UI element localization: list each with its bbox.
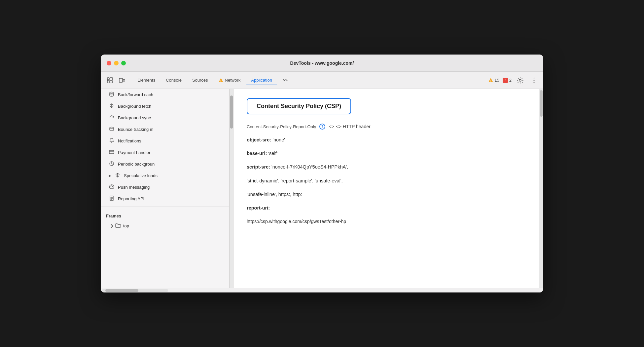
sidebar-item-background-fetch[interactable]: Background fetch [101, 100, 229, 112]
more-options-button[interactable] [529, 75, 539, 86]
tab-console[interactable]: Console [161, 76, 186, 85]
tab-network-label: Network [225, 78, 241, 83]
sidebar-item-periodic-background-label: Periodic backgroun [118, 162, 155, 167]
toolbar-separator-1 [130, 76, 130, 84]
svg-point-6 [519, 79, 521, 81]
sidebar-item-speculative-loads-label: Speculative loads [124, 173, 158, 178]
devtools-window: DevTools - www.google.com/ Elements Cons… [101, 55, 543, 292]
bottom-scrollbar-thumb [105, 289, 138, 292]
csp-source-row: Content-Security-Policy-Report-Only ? <>… [247, 124, 526, 130]
more-tabs-button[interactable]: >> [278, 76, 292, 85]
sidebar-bottom-padding [101, 233, 229, 239]
main-scrollbar-thumb [540, 90, 543, 117]
http-header-badge: <> <> HTTP header [329, 124, 370, 129]
csp-directive-report-uri-url: https://csp.withgoogle.com/csp/gwsTest/o… [247, 218, 526, 225]
svg-point-8 [534, 80, 535, 81]
tab-application[interactable]: Application [246, 76, 277, 85]
warnings-icon [488, 78, 493, 82]
main-scrollbar[interactable] [539, 89, 543, 288]
frames-top-item[interactable]: top [101, 221, 229, 231]
sidebar-scrollbar[interactable] [230, 89, 233, 288]
sidebar-item-bounce-tracking-label: Bounce tracking m [118, 127, 154, 132]
info-icon[interactable]: ? [319, 124, 325, 130]
tab-elements[interactable]: Elements [133, 76, 160, 85]
csp-directive-base-uri: base-uri: 'self' [247, 150, 526, 157]
svg-point-11 [110, 127, 114, 129]
database-icon [109, 92, 115, 98]
svg-point-9 [534, 82, 535, 83]
csp-directive-script-src-cont2: 'unsafe-inline', https:, http: [247, 191, 526, 198]
sidebar-item-back-forward-cache[interactable]: Back/forward cach [101, 89, 229, 100]
toolbar: Elements Console Sources Network Applica… [101, 72, 543, 89]
sidebar: Back/forward cach Background fetch Ba [101, 89, 230, 288]
sidebar-item-payment-handler-label: Payment handler [118, 150, 150, 155]
main-content: Back/forward cach Background fetch Ba [101, 89, 543, 288]
sidebar-item-background-sync[interactable]: Background sync [101, 112, 229, 124]
csp-directive-script-src: script-src: 'nonce-I-7rK04QpY5oeS4-HPPkh… [247, 163, 526, 171]
sidebar-item-periodic-background[interactable]: Periodic backgroun [101, 158, 229, 170]
sidebar-item-push-messaging-label: Push messaging [118, 185, 150, 190]
base-uri-key: base-uri: [247, 151, 267, 156]
maximize-button[interactable] [121, 61, 126, 65]
report-uri-url-value: https://csp.withgoogle.com/csp/gwsTest/o… [247, 219, 346, 224]
toolbar-right: 15 ! 2 [488, 75, 539, 86]
csp-directive-script-src-cont1: 'strict-dynamic', 'report-sample', 'unsa… [247, 177, 526, 185]
sidebar-scrollbar-thumb [230, 96, 233, 129]
svg-rect-5 [123, 79, 125, 82]
sidebar-item-notifications[interactable]: Notifications [101, 135, 229, 147]
csp-directive-object-src: object-src: 'none' [247, 136, 526, 144]
bottom-scrollbar-track[interactable] [102, 289, 168, 292]
csp-source-label: Content-Security-Policy-Report-Only [247, 124, 316, 129]
main-panel: Content Security Policy (CSP) Content-Se… [233, 89, 539, 288]
reporting-api-icon [109, 196, 115, 202]
report-uri-key: report-uri: [247, 205, 270, 211]
frames-header: Frames [101, 211, 229, 221]
svg-rect-0 [107, 78, 109, 80]
tab-network[interactable]: Network [214, 76, 245, 85]
script-src-value: 'nonce-I-7rK04QpY5oeS4-HPPkhA', [271, 164, 348, 170]
errors-badge[interactable]: ! 2 [503, 78, 512, 83]
csp-title-box: Content Security Policy (CSP) [247, 98, 351, 114]
sidebar-item-speculative-loads[interactable]: ▶ Speculative loads [101, 170, 229, 181]
script-src-unsafe-inline: 'unsafe-inline', https:, http: [247, 192, 302, 197]
svg-rect-2 [110, 78, 113, 80]
tab-sources[interactable]: Sources [188, 76, 213, 85]
svg-point-7 [534, 77, 535, 78]
sidebar-item-push-messaging[interactable]: Push messaging [101, 181, 229, 193]
frames-top-label: top [123, 223, 129, 228]
inspect-element-button[interactable] [105, 75, 115, 86]
network-warning-icon [219, 78, 223, 82]
http-header-label: <> HTTP header [336, 124, 371, 129]
svg-rect-1 [107, 80, 109, 83]
sidebar-item-reporting-api-label: Reporting API [118, 196, 144, 201]
csp-title: Content Security Policy (CSP) [257, 103, 341, 109]
svg-rect-12 [109, 150, 114, 154]
payment-handler-icon [109, 149, 115, 156]
frames-section: Frames top [101, 209, 229, 233]
titlebar: DevTools - www.google.com/ [101, 55, 543, 72]
sidebar-item-reporting-api[interactable]: Reporting API [101, 193, 229, 205]
window-title: DevTools - www.google.com/ [290, 60, 354, 66]
bottom-scrollbar-container [101, 288, 543, 292]
sidebar-item-payment-handler[interactable]: Payment handler [101, 147, 229, 158]
object-src-key: object-src: [247, 137, 271, 142]
csp-directive-report-uri: report-uri: [247, 204, 526, 212]
csp-content: object-src: 'none' base-uri: 'self' scri… [247, 136, 526, 225]
errors-count: 2 [509, 78, 512, 83]
sidebar-item-background-sync-label: Background sync [118, 115, 151, 120]
sidebar-item-background-fetch-label: Background fetch [118, 104, 151, 109]
sidebar-divider [101, 207, 229, 207]
background-sync-icon [109, 115, 115, 121]
notifications-icon [109, 138, 115, 144]
settings-button[interactable] [515, 75, 525, 86]
code-brackets-icon: <> [329, 124, 334, 129]
warnings-badge[interactable]: 15 [488, 78, 499, 83]
sidebar-item-bounce-tracking[interactable]: Bounce tracking m [101, 124, 229, 135]
background-fetch-icon [109, 103, 115, 109]
minimize-button[interactable] [114, 61, 119, 65]
close-button[interactable] [107, 61, 111, 65]
bounce-tracking-icon [109, 126, 115, 133]
device-toggle-button[interactable] [117, 75, 127, 86]
speculative-loads-icon [115, 173, 121, 179]
sidebar-item-back-forward-label: Back/forward cach [118, 92, 153, 97]
